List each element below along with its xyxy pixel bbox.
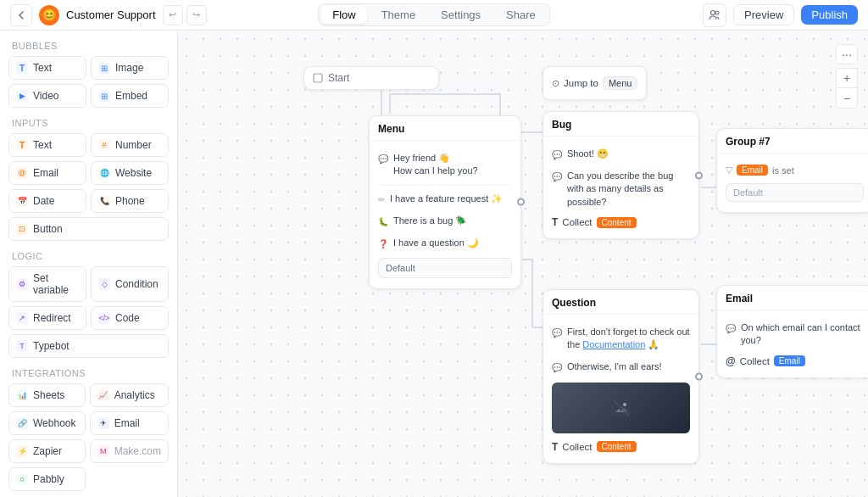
condition-icon: ◇ (98, 278, 110, 290)
sidebar-item-typebot[interactable]: T Typebot (8, 334, 169, 358)
section-label-integrations: Integrations (12, 368, 169, 378)
email-node-header: Email (717, 286, 868, 310)
app-logo: 😊 (39, 5, 59, 25)
sidebar-item-make[interactable]: M Make.com (90, 439, 169, 463)
sidebar-item-label: Email (114, 417, 140, 429)
sidebar-item-redirect[interactable]: ↗ Redirect (8, 306, 86, 330)
menu-header: Menu (370, 116, 520, 141)
jump-icon-top: ⊙ (552, 78, 559, 89)
zoom-options-button[interactable]: ··· (836, 44, 858, 64)
question-node[interactable]: Question 💬 First, don't forget to check … (542, 289, 699, 464)
sidebar-item-label: Text (33, 62, 52, 74)
make-icon: M (97, 445, 109, 457)
zoom-out-button[interactable]: − (836, 88, 858, 109)
email-badge: Email (737, 165, 768, 176)
bug-msg-2: 💬 Can you describe the bug with as many … (552, 165, 690, 213)
zoom-in-button[interactable]: + (836, 68, 858, 88)
sidebar-item-label: Condition (115, 278, 159, 290)
sidebar-item-pabbly[interactable]: ○ Pabbly (8, 467, 86, 491)
svg-point-0 (711, 10, 715, 14)
sidebar-item-phone[interactable]: 📞 Phone (91, 189, 169, 213)
sidebar-item-text[interactable]: T Text (8, 56, 86, 80)
menu-right-connector (517, 198, 525, 206)
section-label-inputs: Inputs (12, 118, 169, 128)
code-icon: </> (98, 312, 110, 324)
start-label: Start (328, 72, 349, 84)
sidebar-item-label: Embed (115, 90, 147, 102)
collaborators-button[interactable] (703, 3, 726, 27)
sidebar-item-analytics[interactable]: 📈 Analytics (90, 383, 169, 407)
sidebar-item-date[interactable]: 📅 Date (8, 189, 86, 213)
integrations-section: 📊 Sheets 📈 Analytics 🔗 Webhook ✈ Email ⚡… (8, 383, 169, 491)
sidebar-item-code[interactable]: </> Code (91, 306, 169, 330)
start-node[interactable]: Start (303, 66, 439, 90)
docs-link[interactable]: Documentation (582, 339, 645, 349)
typebot-icon: T (16, 340, 28, 352)
collect-t-label: T (552, 441, 558, 453)
sheets-icon: 📊 (16, 389, 28, 401)
publish-button[interactable]: Publish (801, 5, 858, 25)
sidebar-item-image[interactable]: ⊞ Image (91, 56, 169, 80)
flow-canvas[interactable]: Start Menu 💬 Hey friend 👋How can I help … (178, 31, 868, 497)
chat-icon: 💬 (552, 327, 562, 339)
sidebar-item-video[interactable]: ▶ Video (8, 84, 86, 108)
jump-to-menu-node[interactable]: ⊙ Jump to Menu (542, 66, 647, 100)
sidebar-item-set-variable[interactable]: ⚙ Set variable (8, 266, 86, 302)
app-title: Customer Support (66, 8, 156, 21)
question-right-connector (695, 372, 703, 380)
question-body: 💬 First, don't forget to check out the D… (543, 315, 698, 463)
sidebar-item-embed[interactable]: ⊞ Embed (91, 84, 169, 108)
email-msg-1: 💬 On which email can I contact you? (726, 317, 864, 352)
menu-node[interactable]: Menu 💬 Hey friend 👋How can I help you? ✏… (369, 115, 521, 289)
redirect-icon: ↗ (16, 312, 28, 324)
sidebar-item-text-input[interactable]: T Text (8, 133, 86, 157)
tab-flow[interactable]: Flow (320, 6, 367, 24)
sidebar-item-website[interactable]: 🌐 Website (91, 161, 169, 185)
sidebar-item-number[interactable]: # Number (91, 133, 169, 157)
bug-icon: 🐛 (378, 216, 388, 228)
menu-choice-bug: 🐛 There is a bug 🪲 (378, 210, 512, 232)
sidebar-item-zapier[interactable]: ⚡ Zapier (8, 439, 86, 463)
bug-node[interactable]: Bug 💬 Shoot! 😬 💬 Can you describe the bu… (542, 111, 699, 239)
tab-share[interactable]: Share (494, 6, 548, 24)
button-icon: ⊡ (16, 223, 28, 235)
preview-button[interactable]: Preview (733, 4, 794, 25)
zoom-controls: ··· + − (836, 44, 858, 109)
email-node[interactable]: Email 💬 On which email can I contact you… (716, 285, 868, 378)
svg-point-1 (715, 11, 719, 14)
back-button[interactable] (10, 4, 32, 26)
sidebar-item-email-integration[interactable]: ✈ Email (90, 411, 169, 435)
sidebar-item-label: Sheets (33, 389, 64, 401)
tab-theme[interactable]: Theme (370, 6, 427, 24)
number-icon: # (98, 139, 110, 151)
section-label-bubbles: Bubbles (12, 41, 169, 51)
redo-button[interactable]: ↪ (186, 5, 207, 25)
nav-right-actions: Preview Publish (703, 3, 858, 27)
date-icon: 📅 (16, 195, 28, 207)
chat-icon-2: 💬 (552, 171, 562, 183)
sidebar-item-label: Code (115, 312, 140, 324)
group7-node[interactable]: Group #7 ▽ Email is set Default (716, 128, 868, 213)
zapier-icon: ⚡ (16, 445, 28, 457)
group7-body: ▽ Email is set Default (717, 154, 868, 212)
bug-msg-1: 💬 Shoot! 😬 (552, 143, 690, 165)
sidebar-item-label: Webhook (33, 417, 75, 429)
website-icon: 🌐 (98, 167, 110, 179)
sidebar-item-label: Typebot (33, 340, 70, 352)
embed-icon: ⊞ (98, 90, 110, 102)
tab-settings[interactable]: Settings (429, 6, 492, 24)
sidebar-item-webhook[interactable]: 🔗 Webhook (8, 411, 86, 435)
sidebar-item-label: Set variable (33, 272, 79, 296)
set-variable-icon: ⚙ (16, 278, 28, 290)
svg-point-4 (623, 403, 626, 406)
sidebar-item-email[interactable]: @ Email (8, 161, 86, 185)
group7-filter: ▽ Email is set (726, 160, 864, 180)
sidebar-item-label: Button (33, 223, 63, 235)
chat-icon: 💬 (726, 323, 736, 335)
sidebar-item-button[interactable]: ⊡ Button (8, 217, 169, 241)
sidebar-item-label: Phone (115, 195, 145, 207)
sidebar-item-condition[interactable]: ◇ Condition (91, 266, 169, 302)
sidebar-item-label: Zapier (33, 445, 62, 457)
sidebar-item-sheets[interactable]: 📊 Sheets (8, 383, 86, 407)
undo-button[interactable]: ↩ (163, 5, 183, 25)
